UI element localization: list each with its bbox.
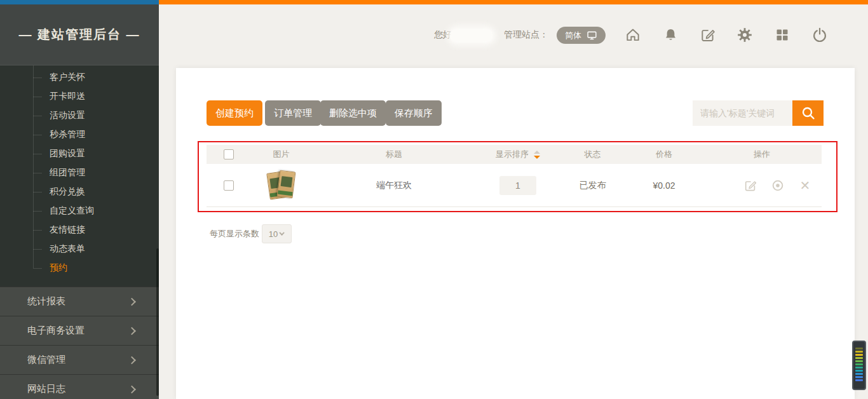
column-header-actions: 操作: [702, 145, 822, 164]
sidebar-item-dynamic-form[interactable]: 动态表单: [0, 240, 159, 259]
row-price: ¥0.02: [626, 164, 702, 206]
row-title: 端午狂欢: [311, 164, 477, 206]
table-row: 端午狂欢 已发布 ¥0.02: [207, 164, 822, 207]
column-header-title: 标题: [311, 145, 477, 164]
sidebar-item-reservation[interactable]: 预约: [0, 259, 159, 278]
side-widget-stripes[interactable]: [852, 341, 866, 390]
sidebar: — 建站管理后台 — 客户关怀 开卡即送 活动设置 秒杀管理 团购设置 组团管理…: [0, 4, 159, 399]
table-header-row: 图片 标题 显示排序 状态 价格 操作: [207, 145, 822, 164]
sidebar-item-team-manage[interactable]: 组团管理: [0, 163, 159, 182]
sidebar-item-custom-query[interactable]: 自定义查询: [0, 201, 159, 220]
app-logo: — 建站管理后台 —: [0, 4, 159, 65]
preview-eye-icon[interactable]: [771, 179, 785, 193]
column-header-image: 图片: [251, 145, 311, 164]
search-button[interactable]: [792, 100, 824, 126]
delete-row-icon[interactable]: ✕: [798, 179, 812, 193]
sidebar-item-points-exchange[interactable]: 积分兑换: [0, 182, 159, 201]
product-thumbnail: [267, 170, 296, 201]
gear-icon[interactable]: [736, 26, 754, 44]
edit-row-icon[interactable]: [743, 179, 757, 193]
delete-selected-button[interactable]: 删除选中项: [320, 100, 386, 126]
sidebar-scrollbar[interactable]: [156, 248, 159, 396]
edit-icon[interactable]: [699, 26, 717, 44]
row-actions: ✕: [702, 164, 822, 206]
sidebar-section-site-logs[interactable]: 网站日志: [0, 374, 159, 399]
chevron-right-icon: [128, 356, 136, 364]
page-size-label: 每页显示条数: [210, 228, 259, 240]
search-icon: [801, 105, 816, 121]
display-order-input[interactable]: [499, 176, 536, 195]
column-header-sort-order: 显示排序: [477, 145, 559, 164]
grid-icon[interactable]: [773, 26, 791, 44]
bell-icon[interactable]: [661, 26, 679, 44]
create-reservation-button[interactable]: 创建预约: [207, 100, 262, 126]
page-size-dropdown[interactable]: 10: [262, 224, 292, 243]
column-header-price: 价格: [626, 145, 702, 164]
sidebar-item-activity-settings[interactable]: 活动设置: [0, 106, 159, 125]
row-status: 已发布: [559, 164, 626, 206]
top-header: 您好 管理站点： 简体: [159, 4, 868, 68]
row-checkbox[interactable]: [224, 180, 234, 191]
sidebar-item-card-gift[interactable]: 开卡即送: [0, 87, 159, 106]
sort-control[interactable]: [534, 151, 540, 159]
sidebar-section-wechat[interactable]: 微信管理: [0, 345, 159, 374]
topbar-orange-strip: [159, 0, 868, 4]
topbar-blue-strip: [0, 0, 159, 4]
search-input[interactable]: [693, 100, 792, 126]
sidebar-submenu: 客户关怀 开卡即送 活动设置 秒杀管理 团购设置 组团管理 积分兑换 自定义查询…: [0, 65, 159, 287]
power-icon[interactable]: [811, 26, 829, 44]
greeting-text: 您好: [434, 29, 452, 41]
sort-desc-icon: [534, 156, 540, 159]
chevron-right-icon: [128, 327, 136, 335]
home-icon[interactable]: [624, 26, 642, 44]
chevron-right-icon: [128, 385, 136, 393]
column-header-status: 状态: [559, 145, 626, 164]
order-management-button[interactable]: 订单管理: [265, 100, 321, 126]
sidebar-item-customer-care[interactable]: 客户关怀: [0, 68, 159, 87]
site-label: 管理站点：: [504, 29, 548, 41]
sidebar-item-groupbuy[interactable]: 团购设置: [0, 144, 159, 163]
sidebar-section-ecommerce[interactable]: 电子商务设置: [0, 316, 159, 345]
sidebar-item-friend-links[interactable]: 友情链接: [0, 220, 159, 240]
row-image-cell: [251, 164, 311, 206]
content-card: 创建预约 订单管理 删除选中项 保存顺序 图片 标题 显示排序: [176, 68, 855, 399]
row-order-cell: [477, 164, 559, 206]
sidebar-sections: 统计报表 电子商务设置 微信管理 网站日志: [0, 287, 159, 399]
admin-app: — 建站管理后台 — 客户关怀 开卡即送 活动设置 秒杀管理 团购设置 组团管理…: [0, 0, 868, 399]
row-checkbox-cell: [207, 164, 251, 206]
sort-asc-icon: [534, 151, 540, 154]
language-site-pill[interactable]: 简体: [557, 27, 606, 44]
chevron-down-icon: [280, 230, 285, 235]
sidebar-item-seckill[interactable]: 秒杀管理: [0, 125, 159, 144]
select-all-checkbox[interactable]: [224, 149, 234, 159]
chevron-right-icon: [128, 297, 136, 306]
sidebar-section-stats[interactable]: 统计报表: [0, 287, 159, 316]
redacted-username: [450, 29, 493, 43]
monitor-icon: [587, 30, 597, 41]
save-order-button[interactable]: 保存顺序: [386, 100, 442, 126]
header-checkbox-cell: [207, 145, 251, 164]
